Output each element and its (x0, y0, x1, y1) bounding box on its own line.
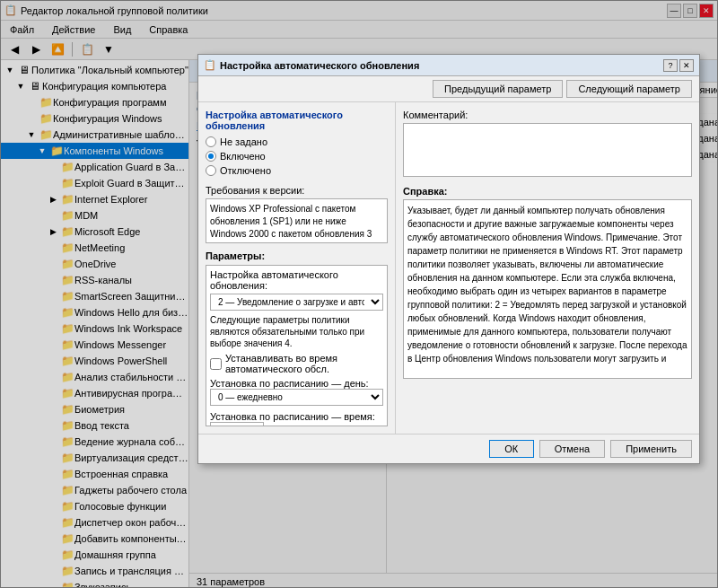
params-label: Параметры: (206, 250, 388, 261)
prev-param-button[interactable]: Предыдущий параметр (433, 80, 563, 98)
cancel-button[interactable]: Отмена (539, 440, 605, 458)
help-content: Указывает, будет ли данный компьютер пол… (403, 199, 692, 379)
modal-setting-name: Настройка автоматического обновления (206, 110, 388, 131)
modal-footer: ОК Отмена Применить (198, 434, 699, 463)
params-content-box: Настройка автоматического обновления: 2 … (206, 265, 388, 426)
radio-label-enabled: Включено (220, 151, 266, 162)
modal-content: Настройка автоматического обновления Не … (198, 102, 699, 434)
schedule-time-input[interactable]: 03:00 (210, 422, 264, 426)
versions-label: Требования к версии: (206, 185, 388, 196)
next-param-button[interactable]: Следующий параметр (566, 80, 692, 98)
radio-circle-enabled (206, 151, 216, 162)
schedule-time-label: Установка по расписанию — время: (210, 411, 383, 422)
radio-circle-not-set (206, 136, 216, 147)
radio-circle-disabled (206, 165, 216, 176)
install-checkbox-label: Устанавливать во время автоматического о… (225, 353, 383, 374)
checkbox-row: Устанавливать во время автоматического о… (210, 353, 383, 374)
schedule-day-label: Установка по расписанию — день: (210, 378, 383, 389)
ok-button[interactable]: ОК (489, 440, 534, 458)
modal-left-panel: Настройка автоматического обновления Не … (198, 102, 396, 434)
radio-disabled[interactable]: Отключено (206, 165, 388, 176)
modal-icon: 📋 (204, 59, 216, 71)
versions-box: Windows XP Professional с пакетом обновл… (206, 198, 388, 243)
modal-overlay: 📋 Настройка автоматического обновления ?… (0, 0, 718, 588)
modal-right-panel: Комментарий: Справка: Указывает, будет л… (396, 102, 699, 434)
help-label: Справка: (403, 186, 692, 197)
auto-update-label: Настройка автоматического обновления: (210, 269, 383, 291)
install-checkbox[interactable] (210, 358, 222, 370)
schedule-day-dropdown[interactable]: 0 — ежедневно (210, 389, 383, 406)
comment-label: Комментарий: (403, 110, 692, 120)
radio-enabled[interactable]: Включено (206, 151, 388, 162)
radio-group: Не задано Включено Отключено (206, 136, 388, 176)
radio-label-not-set: Не задано (220, 136, 267, 147)
modal-dialog: 📋 Настройка автоматического обновления ?… (197, 54, 700, 464)
modal-help-button[interactable]: ? (663, 59, 678, 72)
comment-textarea[interactable] (403, 123, 692, 177)
radio-not-set[interactable]: Не задано (206, 136, 388, 147)
extra-text: Следующие параметры политики являются об… (210, 314, 383, 349)
apply-button[interactable]: Применить (610, 440, 692, 458)
modal-titlebar: 📋 Настройка автоматического обновления ?… (198, 55, 699, 76)
radio-label-disabled: Отключено (220, 165, 271, 176)
auto-update-dropdown[interactable]: 2 — Уведомление о загрузке и автоматичес… (210, 294, 383, 311)
modal-close-button[interactable]: ✕ (679, 59, 694, 72)
modal-nav: Предыдущий параметр Следующий параметр (198, 76, 699, 102)
modal-title: Настройка автоматического обновления (220, 60, 419, 71)
versions-section: Требования к версии: Windows XP Professi… (206, 185, 388, 243)
params-section: Параметры: Настройка автоматического обн… (206, 250, 388, 426)
